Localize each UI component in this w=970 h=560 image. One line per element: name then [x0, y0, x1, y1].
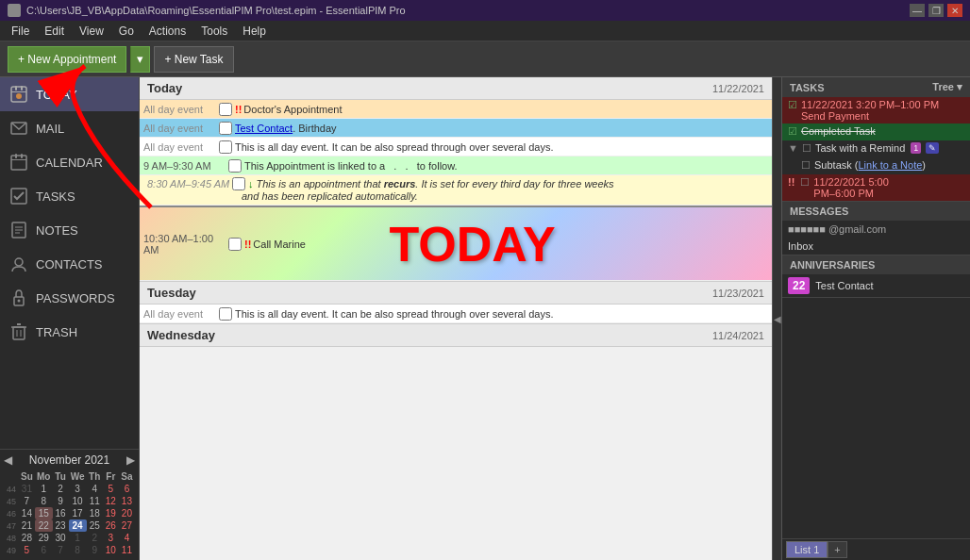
task-item-4[interactable]: ☐ Subtask (Link to a Note): [782, 157, 970, 174]
event-recurs[interactable]: 8:30 AM–9:45 AM ↓ This is an appointment…: [140, 175, 772, 206]
event-checkbox3[interactable]: [219, 140, 232, 154]
event-linked-appointment[interactable]: 9 AM–9:30 AM This Appointment is linked …: [140, 156, 772, 175]
sidebar-item-passwords[interactable]: PASSWORDS: [0, 281, 139, 315]
cal-day[interactable]: 8: [35, 495, 53, 507]
cal-day[interactable]: 22: [35, 519, 53, 532]
cal-day[interactable]: 27: [119, 519, 135, 532]
cal-day[interactable]: 10: [69, 495, 87, 507]
cal-day[interactable]: 31: [19, 483, 35, 495]
task-edit-3[interactable]: ✎: [926, 142, 939, 154]
new-appointment-button[interactable]: + New Appointment: [8, 46, 126, 73]
event-link[interactable]: Test Contact: [235, 123, 293, 134]
sidebar-item-calendar[interactable]: CALENDAR: [0, 145, 139, 179]
list-tab-1[interactable]: List 1: [786, 541, 828, 558]
close-button[interactable]: ✕: [947, 4, 962, 17]
appointment-dropdown-button[interactable]: ▾: [130, 46, 150, 73]
new-task-button[interactable]: + New Task: [154, 46, 233, 73]
event-checkbox2[interactable]: [219, 122, 232, 135]
cal-day[interactable]: 18: [87, 507, 103, 519]
event-checkbox5[interactable]: [232, 177, 245, 190]
menu-tools[interactable]: Tools: [193, 23, 235, 40]
cal-day[interactable]: 4: [119, 532, 135, 544]
cal-day[interactable]: 6: [119, 483, 135, 495]
title-bar-controls[interactable]: — ❐ ✕: [910, 4, 962, 17]
cal-day[interactable]: 3: [69, 483, 87, 495]
today-overlay-block[interactable]: 10:30 AM–1:00 AM !! TODAY Call Marine: [140, 206, 772, 281]
cal-day[interactable]: 2: [87, 532, 103, 544]
sidebar-item-contacts[interactable]: CONTACTS: [0, 247, 139, 281]
cal-day[interactable]: 28: [19, 532, 35, 544]
title-bar-text: C:\Users\JB_VB\AppData\Roaming\Essential…: [26, 5, 406, 16]
cal-day[interactable]: 24: [69, 519, 87, 532]
cal-day[interactable]: 2: [53, 483, 69, 495]
cal-day[interactable]: 1: [35, 483, 53, 495]
event-checkbox6[interactable]: [228, 238, 242, 251]
event-checkbox[interactable]: [219, 103, 232, 116]
menu-file[interactable]: File: [4, 23, 37, 40]
cal-day[interactable]: 30: [53, 532, 69, 544]
cal-day[interactable]: 29: [35, 532, 53, 544]
tuesday-event-checkbox[interactable]: [219, 307, 232, 321]
cal-day[interactable]: 25: [87, 519, 103, 532]
cal-day[interactable]: 23: [53, 519, 69, 532]
cal-next-button[interactable]: ▶: [126, 453, 135, 467]
tasks-icon: [9, 187, 28, 206]
cal-day[interactable]: 19: [103, 507, 119, 519]
cal-day[interactable]: 5: [103, 483, 119, 495]
menu-actions[interactable]: Actions: [142, 23, 193, 40]
cal-day[interactable]: 10: [103, 544, 119, 556]
cal-day[interactable]: 6: [35, 544, 53, 556]
cal-prev-button[interactable]: ◀: [4, 453, 12, 467]
msg-item-1[interactable]: ■■■■■■ @gmail.com: [782, 221, 970, 238]
cal-day[interactable]: 26: [103, 519, 119, 532]
menu-view[interactable]: View: [72, 23, 111, 40]
cal-day[interactable]: 7: [53, 544, 69, 556]
cal-day[interactable]: 14: [19, 507, 35, 519]
cal-day[interactable]: 21: [19, 519, 35, 532]
event-checkbox4[interactable]: [228, 159, 242, 173]
cal-day[interactable]: 16: [53, 507, 69, 519]
sidebar-item-trash[interactable]: TRASH: [0, 315, 139, 349]
subtask-link[interactable]: Link to a Note: [858, 159, 922, 171]
cal-day[interactable]: 15: [35, 507, 53, 519]
main-layout: TODAY MAIL CALENDAR TASKS NOTES: [0, 77, 970, 560]
event-priority6: !!: [244, 239, 251, 250]
cal-day[interactable]: 20: [119, 507, 135, 519]
sidebar-item-tasks[interactable]: TASKS: [0, 179, 139, 213]
cal-day[interactable]: 9: [87, 544, 103, 556]
cal-day[interactable]: 4: [87, 483, 103, 495]
cal-day[interactable]: 13: [119, 495, 135, 507]
cal-day[interactable]: 7: [19, 495, 35, 507]
cal-day[interactable]: 8: [69, 544, 87, 556]
menu-help[interactable]: Help: [235, 23, 274, 40]
msg-item-2[interactable]: Inbox: [782, 238, 970, 255]
cal-day[interactable]: 5: [19, 544, 35, 556]
event-allday-spread[interactable]: All day event This is all day event. It …: [140, 138, 772, 156]
sidebar-item-today[interactable]: TODAY: [0, 77, 139, 111]
tuesday-event[interactable]: All day event This is all day event. It …: [140, 305, 772, 323]
menu-go[interactable]: Go: [111, 23, 142, 40]
minimize-button[interactable]: —: [910, 4, 925, 17]
task-item-1[interactable]: ☑ 11/22/2021 3:20 PM–1:00 PMSend Payment: [782, 97, 970, 124]
cal-day[interactable]: 11: [119, 544, 135, 556]
cal-day[interactable]: 9: [53, 495, 69, 507]
cal-day[interactable]: 3: [103, 532, 119, 544]
list-tab-add-button[interactable]: +: [828, 541, 846, 558]
cal-day[interactable]: 1: [69, 532, 87, 544]
collapse-handle[interactable]: ◀: [772, 77, 781, 560]
sidebar-item-notes[interactable]: NOTES: [0, 213, 139, 247]
menu-edit[interactable]: Edit: [37, 23, 72, 40]
event-birthday[interactable]: All day event Test Contact. Birthday: [140, 119, 772, 138]
cal-day[interactable]: 12: [103, 495, 119, 507]
maximize-button[interactable]: ❐: [928, 4, 944, 17]
cal-day[interactable]: 17: [69, 507, 87, 519]
task-item-5[interactable]: !! ☐ 11/22/2021 5:00PM–6:00 PM: [782, 174, 970, 201]
task-item-2[interactable]: ☑ Completed Task: [782, 124, 970, 140]
task-item-3[interactable]: ▼ ☐ Task with a Remind 1 ✎: [782, 140, 970, 157]
tasks-view[interactable]: Tree ▾: [932, 81, 962, 93]
event-doctors-appointment[interactable]: All day event !! Doctor's Appointment: [140, 100, 772, 119]
task-expand-3[interactable]: ▼: [788, 142, 798, 154]
anniv-item-1[interactable]: 22 Test Contact: [782, 274, 970, 297]
sidebar-item-mail[interactable]: MAIL: [0, 111, 139, 145]
cal-day[interactable]: 11: [87, 495, 103, 507]
